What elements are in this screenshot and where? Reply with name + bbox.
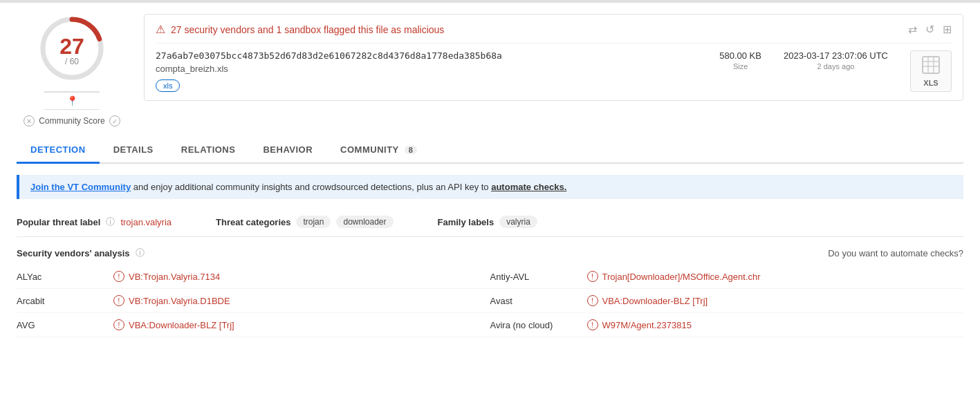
community-badge: 8 [405,146,418,154]
detection-text-antiy: Trojan[Downloader]/MSOffice.Agent.chr [602,272,761,282]
file-date-sub: 2 days ago [784,62,888,70]
labels-row: Popular threat label ⓘ trojan.valyria Th… [17,207,963,237]
file-date-value: 2023-03-17 23:07:06 UTC [784,50,888,61]
score-gauge: 27 / 60 [37,14,107,83]
automate-link[interactable]: automate checks. [491,182,566,192]
file-info-card: ⚠ 27 security vendors and 1 sandbox flag… [144,14,963,101]
vendors-header: Security vendors' analysis ⓘ Do you want… [17,237,963,265]
score-section: 27 / 60 📍 ✕ Community Score ✓ [17,14,127,126]
tab-community[interactable]: COMMUNITY 8 [326,138,431,164]
file-size-item: 580.00 KB Size [719,50,761,70]
file-tag[interactable]: xls [156,79,180,92]
tab-detection[interactable]: DETECTION [17,138,100,164]
vendor-detection-antiy: ! Trojan[Downloader]/MSOffice.Agent.chr [587,271,761,282]
detect-icon-avast: ! [587,295,598,306]
vendor-avira: Avira (no cloud) ! W97M/Agent.2373815 [490,313,964,337]
check-circle-icon: ✓ [109,115,120,126]
detect-icon-avira: ! [587,319,598,330]
family-labels-label: Family labels [438,217,494,227]
vendor-detection-arcabit: ! VB:Trojan.Valyria.D1BDE [113,295,230,306]
community-score-row: ✕ Community Score ✓ [24,115,120,126]
score-value: 27 [59,35,84,57]
detect-icon-avg: ! [113,319,124,330]
file-info-row: 27a6ab7e03075bcc4873b52d67d83d2e61067282… [156,50,952,92]
tab-relations[interactable]: RELATIONS [167,138,250,164]
threat-categories-label: Threat categories [216,217,290,227]
vendor-name-arcabit: Arcabit [17,296,113,306]
file-type-icon: XLS [910,50,952,92]
vendor-detection-avira: ! W97M/Agent.2373815 [587,319,692,330]
vendor-detection-alyac: ! VB:Trojan.Valyria.7134 [113,271,220,282]
detect-icon-arcabit: ! [113,295,124,306]
vendors-grid: ALYac ! VB:Trojan.Valyria.7134 Antiy-AVL… [17,265,963,337]
file-hash: 27a6ab7e03075bcc4873b52d67d83d2e61067282… [156,50,708,61]
pin-icon: 📍 [66,95,78,106]
vendors-info-icon[interactable]: ⓘ [136,247,145,259]
vendor-avg: AVG ! VBA:Downloader-BLZ [Trj] [17,313,490,337]
tabs-bar: DETECTION DETAILS RELATIONS BEHAVIOR COM… [17,138,963,164]
vendor-name-antiy: Antiy-AVL [490,272,587,282]
alert-icon: ⚠ [156,23,165,36]
x-circle-icon: ✕ [24,115,35,126]
info-banner-middle: and enjoy additional community insights … [131,182,491,192]
vendor-arcabit: Arcabit ! VB:Trojan.Valyria.D1BDE [17,289,490,313]
alert-text: 27 security vendors and 1 sandbox flagge… [171,24,444,35]
file-name: compta_breizh.xls [156,64,708,74]
vendor-avast: Avast ! VBA:Downloader-BLZ [Trj] [490,289,964,313]
threat-info-icon[interactable]: ⓘ [106,216,115,228]
popular-threat-label: Popular threat label [17,217,100,227]
grid-icon[interactable]: ⊞ [943,23,952,36]
file-size-label: Size [719,62,761,70]
category-tag-downloader[interactable]: downloader [336,216,393,228]
vendor-name-avast: Avast [490,296,587,306]
detection-text-avast: VBA:Downloader-BLZ [Trj] [602,296,708,306]
detect-icon-alyac: ! [113,271,124,282]
top-right-icons: ⇄ ↺ ⊞ [908,23,952,36]
detection-text-avira: W97M/Agent.2373815 [602,320,692,330]
score-denom: / 60 [65,57,79,66]
refresh-icon[interactable]: ↺ [925,23,934,36]
tab-behavior[interactable]: BEHAVIOR [249,138,326,164]
tab-details[interactable]: DETAILS [100,138,167,164]
file-size-value: 580.00 KB [719,50,761,61]
svg-rect-2 [923,57,939,73]
community-score-label: Community Score [39,116,104,126]
family-tag-valyria[interactable]: valyria [499,216,537,228]
vendor-name-avira: Avira (no cloud) [490,320,587,330]
info-banner: Join the VT Community and enjoy addition… [17,175,963,199]
vendor-name-alyac: ALYac [17,272,113,282]
family-labels-group: Family labels valyria [438,216,537,228]
file-type-label: XLS [923,79,938,87]
detect-icon-antiy: ! [587,271,598,282]
alert-banner: ⚠ 27 security vendors and 1 sandbox flag… [156,23,952,44]
popular-threat-group: Popular threat label ⓘ trojan.valyria [17,216,172,228]
threat-categories-group: Threat categories trojan downloader [216,216,393,228]
detection-text-avg: VBA:Downloader-BLZ [Trj] [129,320,234,330]
file-meta: 580.00 KB Size 2023-03-17 23:07:06 UTC 2… [719,50,952,92]
file-icon-grid [921,55,941,79]
join-community-link[interactable]: Join the VT Community [30,182,131,192]
vendor-alyac: ALYac ! VB:Trojan.Valyria.7134 [17,265,490,289]
vendor-detection-avast: ! VBA:Downloader-BLZ [Trj] [587,295,708,306]
threat-value: trojan.valyria [120,217,172,227]
automate-checks-link[interactable]: Do you want to automate checks? [828,248,963,258]
category-tag-trojan[interactable]: trojan [296,216,331,228]
vendor-detection-avg: ! VBA:Downloader-BLZ [Trj] [113,319,234,330]
compare-icon[interactable]: ⇄ [908,23,917,36]
vendor-antiy: Antiy-AVL ! Trojan[Downloader]/MSOffice.… [490,265,964,289]
vendors-title: Security vendors' analysis [17,248,130,258]
detection-text-alyac: VB:Trojan.Valyria.7134 [129,272,220,282]
detection-text-arcabit: VB:Trojan.Valyria.D1BDE [129,296,230,306]
vendor-name-avg: AVG [17,320,113,330]
file-date-item: 2023-03-17 23:07:06 UTC 2 days ago [784,50,888,70]
